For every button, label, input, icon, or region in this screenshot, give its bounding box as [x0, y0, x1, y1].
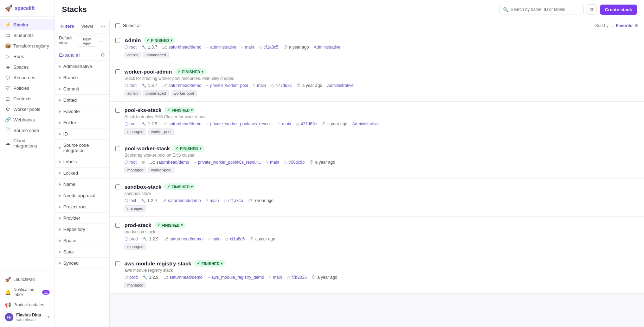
- sidebar-item-product_updates[interactable]: 📢Product updates: [0, 300, 54, 310]
- sidebar-item-webhooks[interactable]: 🔗Webhooks: [0, 114, 54, 125]
- sidebar-item-spaces[interactable]: ◈Spaces: [0, 62, 54, 72]
- repo-link[interactable]: saturnhead/demo: [168, 121, 201, 126]
- path-link[interactable]: private_worker_pool: [210, 83, 248, 88]
- repo-link[interactable]: saturnhead/demo: [168, 45, 201, 50]
- root-link[interactable]: prod: [129, 237, 138, 241]
- user-profile[interactable]: FD Flavius Dinu saturnhead ▾: [0, 310, 54, 324]
- sidebar-item-notification[interactable]: 🔔Notification Inbox11: [0, 285, 54, 300]
- sidebar-item-cloud[interactable]: ☁Cloud integrations: [0, 136, 54, 151]
- filter-item-provider[interactable]: Provider: [55, 213, 109, 224]
- sidebar-item-terraform[interactable]: 📦Terraform registry: [0, 40, 54, 51]
- filter-item-synced[interactable]: Synced: [55, 258, 109, 269]
- sort-value[interactable]: Favorite: [616, 23, 632, 28]
- sidebar-item-runs[interactable]: ▷Runs: [0, 51, 54, 62]
- space-link[interactable]: Administrative: [352, 121, 379, 126]
- stack-checkbox[interactable]: [115, 223, 120, 228]
- branch-link[interactable]: main: [273, 275, 282, 280]
- filter-item-needs-approval[interactable]: Needs approval: [55, 190, 109, 201]
- stack-checkbox[interactable]: [115, 69, 120, 74]
- path-link[interactable]: private_worker_pool/aws_resou...: [210, 121, 273, 126]
- path-link[interactable]: aws_module_registry_demo: [211, 275, 264, 280]
- filter-item-drifted[interactable]: Drifted: [55, 95, 109, 106]
- sidebar-item-policies[interactable]: 🛡Policies: [0, 83, 54, 93]
- root-icon: ⬡: [124, 275, 128, 280]
- path-link[interactable]: private_worker_pool/k8s_resour...: [198, 160, 261, 165]
- create-stack-button[interactable]: Create stack: [600, 5, 637, 15]
- stack-checkbox[interactable]: [115, 184, 120, 189]
- branch-link[interactable]: main: [211, 237, 220, 241]
- stack-name[interactable]: Admin: [124, 37, 141, 43]
- filter-settings-icon[interactable]: ⚙: [101, 52, 105, 58]
- commit-link[interactable]: cf1a8c5: [230, 237, 245, 241]
- sidebar-item-resources[interactable]: ⬡Resources: [0, 72, 54, 83]
- filter-item-repository[interactable]: Repository: [55, 224, 109, 235]
- filter-item-id[interactable]: ID: [55, 128, 109, 140]
- filter-item-locked[interactable]: Locked: [55, 168, 109, 179]
- stack-name[interactable]: sandbox-stack: [124, 184, 161, 190]
- commit-link[interactable]: c60dc9b: [289, 160, 304, 165]
- repo-link[interactable]: saturnhead/demo: [168, 83, 201, 88]
- commit-link[interactable]: cf1a8c5: [228, 198, 243, 203]
- root-link[interactable]: root: [129, 83, 137, 88]
- branch-link[interactable]: main: [210, 198, 219, 203]
- stack-name[interactable]: worker-pool-admin: [124, 69, 172, 75]
- filter-item-commit[interactable]: Commit: [55, 83, 109, 95]
- space-link[interactable]: Administrative: [314, 45, 340, 50]
- branch-link[interactable]: main: [257, 83, 266, 88]
- filter-item-source-code-integration[interactable]: Source code integration: [55, 140, 109, 156]
- commit-link[interactable]: f7b2336: [291, 275, 307, 280]
- sidebar-item-launchpad[interactable]: 🚀LaunchPad: [0, 274, 54, 285]
- commit-link[interactable]: cf1a8c5: [264, 45, 278, 50]
- sidebar-item-stacks[interactable]: ⚡Stacks: [0, 19, 54, 30]
- root-link[interactable]: root: [129, 160, 137, 165]
- repo-link[interactable]: saturnhead/demo: [168, 198, 201, 203]
- commit-link[interactable]: 477d63c: [301, 121, 317, 126]
- stack-name[interactable]: pool-eks-stack: [124, 107, 161, 113]
- filter-item-administrative[interactable]: Administrative: [55, 61, 109, 72]
- root-link[interactable]: root: [129, 121, 137, 126]
- select-all-checkbox[interactable]: [115, 23, 120, 28]
- sidebar-item-source_code[interactable]: 📄Source code: [0, 125, 54, 136]
- branch-link[interactable]: main: [282, 121, 291, 126]
- stack-checkbox[interactable]: [115, 261, 120, 266]
- repo-link[interactable]: saturnhead/demo: [170, 275, 202, 280]
- sidebar-item-worker_pools[interactable]: ⚙Worker pools: [0, 104, 54, 114]
- root-link[interactable]: prod: [129, 275, 138, 280]
- search-input[interactable]: [511, 7, 580, 12]
- settings-icon[interactable]: ⚙: [635, 23, 638, 28]
- filter-item-space[interactable]: Space: [55, 235, 109, 246]
- branch-link[interactable]: main: [245, 45, 254, 50]
- filter-item-project-root[interactable]: Project root: [55, 201, 109, 213]
- stack-name[interactable]: pool-worker-stack: [124, 145, 170, 151]
- filter-expand-icon[interactable]: ⇔: [101, 24, 105, 29]
- stack-meta: ⬡ prod 🔧1.2.9 ⎇ saturnhead/demo ⑂ main ◇…: [124, 237, 638, 241]
- branch-link[interactable]: main: [270, 160, 279, 165]
- repo-link[interactable]: saturnhead/demo: [156, 160, 189, 165]
- stack-checkbox[interactable]: [115, 108, 120, 113]
- filter-item-name[interactable]: Name: [55, 179, 109, 190]
- sidebar-item-blueprints[interactable]: 🗂Blueprints: [0, 30, 54, 40]
- filter-item-state[interactable]: State: [55, 246, 109, 258]
- stack-checkbox[interactable]: [115, 146, 120, 151]
- path-link[interactable]: administrative: [210, 45, 236, 50]
- stack-name[interactable]: aws-module-registry-stack: [124, 260, 191, 266]
- filter-item-labels[interactable]: Labels: [55, 156, 109, 168]
- commit-link[interactable]: 477d63c: [276, 83, 292, 88]
- stack-checkbox[interactable]: [115, 38, 120, 43]
- space-link[interactable]: Administrative: [327, 83, 354, 88]
- view-options-button[interactable]: ···: [98, 36, 105, 47]
- copy-button[interactable]: ⧉: [587, 4, 597, 15]
- new-view-button[interactable]: New view: [78, 36, 96, 47]
- filter-item-favorite[interactable]: Favorite: [55, 106, 109, 117]
- filter-item-branch[interactable]: Branch: [55, 72, 109, 83]
- root-link[interactable]: test: [129, 198, 136, 203]
- filter-tab-views[interactable]: Views: [80, 23, 95, 30]
- expand-all-button[interactable]: Expand all: [59, 52, 80, 58]
- repo-link[interactable]: saturnhead/demo: [170, 237, 202, 241]
- filter-item-folder[interactable]: Folder: [55, 117, 109, 128]
- sidebar-item-contexts[interactable]: ◻Contexts: [0, 93, 54, 104]
- stack-name[interactable]: prod-stack: [124, 222, 152, 228]
- root-link[interactable]: root: [129, 45, 137, 50]
- search-box[interactable]: 🔍: [499, 5, 584, 14]
- filter-tab-filters[interactable]: Filters: [59, 23, 76, 30]
